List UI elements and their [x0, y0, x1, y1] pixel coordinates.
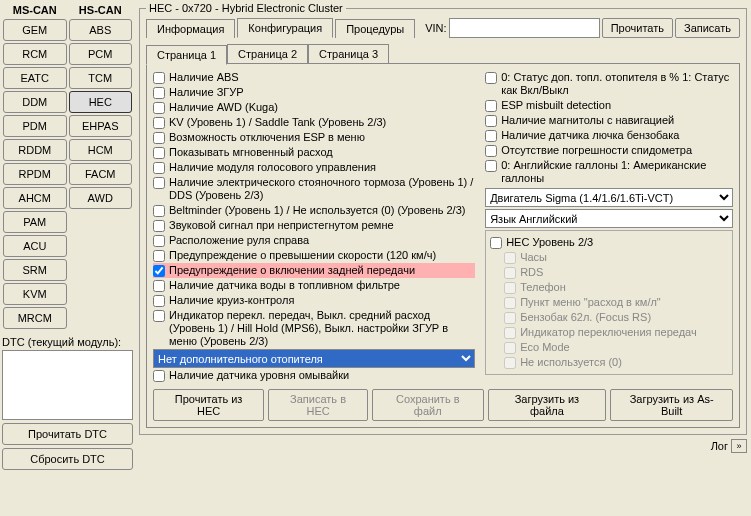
config-checkbox-row[interactable]: Расположение руля справа — [153, 233, 475, 248]
config-checkbox-row[interactable]: Показывать мгновенный расход — [153, 145, 475, 160]
config-checkbox-label: Индикатор перекл. передач, Выкл. средний… — [169, 309, 475, 348]
module-btn-mrcm[interactable]: MRCM — [3, 307, 67, 329]
config-checkbox[interactable] — [485, 115, 497, 127]
engine-combo[interactable]: Двигатель Sigma (1.4/1.6/1.6Ti-VCT) — [485, 188, 733, 207]
module-btn-rcm[interactable]: RCM — [3, 43, 67, 65]
config-checkbox-row[interactable]: Предупреждение о включении задней переда… — [153, 263, 475, 278]
module-btn-hec[interactable]: HEC — [69, 91, 133, 113]
config-checkbox[interactable] — [153, 205, 165, 217]
heater-combo[interactable]: Нет дополнительного отопителя — [153, 349, 475, 368]
module-btn-pam[interactable]: PAM — [3, 211, 67, 233]
module-btn-acu[interactable]: ACU — [3, 235, 67, 257]
config-checkbox-row[interactable]: Наличие датчика уровня омывайки — [153, 368, 475, 383]
config-checkbox-row[interactable]: Наличие ЗГУР — [153, 85, 475, 100]
config-checkbox[interactable] — [153, 220, 165, 232]
module-btn-facm[interactable]: FACM — [69, 163, 133, 185]
config-checkbox-row[interactable]: Наличие датчика воды в топливном фильтре — [153, 278, 475, 293]
config-checkbox[interactable] — [485, 145, 497, 157]
config-checkbox[interactable] — [485, 160, 497, 172]
config-checkbox-row[interactable]: Предупреждение о превышении скорости (12… — [153, 248, 475, 263]
hec-level-header[interactable]: HEC Уровень 2/3 — [490, 235, 728, 250]
config-checkbox[interactable] — [153, 265, 165, 277]
tab-config[interactable]: Конфигурация — [237, 18, 333, 38]
config-checkbox-row[interactable]: ESP misbuilt detection — [485, 98, 733, 113]
config-checkbox[interactable] — [485, 100, 497, 112]
sub-checkbox — [504, 342, 516, 354]
config-checkbox[interactable] — [153, 132, 165, 144]
module-btn-rpdm[interactable]: RPDM — [3, 163, 67, 185]
module-btn-pcm[interactable]: PCM — [69, 43, 133, 65]
config-checkbox-label: Наличие ЗГУР — [169, 86, 244, 99]
sub-checkbox — [504, 312, 516, 324]
load-file-button[interactable]: Загрузить из файла — [488, 389, 607, 421]
module-btn-awd[interactable]: AWD — [69, 187, 133, 209]
module-btn-hcm[interactable]: HCM — [69, 139, 133, 161]
page-tab-2[interactable]: Страница 2 — [227, 44, 308, 64]
config-checkbox[interactable] — [153, 72, 165, 84]
page-tab-1[interactable]: Страница 1 — [146, 45, 227, 65]
config-checkbox-row[interactable]: Наличие AWD (Kuga) — [153, 100, 475, 115]
hec-level-checkbox[interactable] — [490, 237, 502, 249]
config-checkbox[interactable] — [153, 370, 165, 382]
config-checkbox[interactable] — [153, 250, 165, 262]
config-checkbox-row[interactable]: Наличие ABS — [153, 70, 475, 85]
config-checkbox-row[interactable]: Возможность отключения ESP в меню — [153, 130, 475, 145]
module-btn-ddm[interactable]: DDM — [3, 91, 67, 113]
read-hec-button[interactable]: Прочитать из HEC — [153, 389, 264, 421]
config-checkbox[interactable] — [153, 162, 165, 174]
config-checkbox-label: Наличие AWD (Kuga) — [169, 101, 278, 114]
config-checkbox-row[interactable]: Наличие магнитолы с навигацией — [485, 113, 733, 128]
load-asbuilt-button[interactable]: Загрузить из As-Built — [610, 389, 733, 421]
config-checkbox-row[interactable]: Наличие датчика лючка бензобака — [485, 128, 733, 143]
tab-procedures[interactable]: Процедуры — [335, 19, 415, 38]
config-checkbox[interactable] — [153, 235, 165, 247]
config-checkbox[interactable] — [153, 295, 165, 307]
module-btn-srm[interactable]: SRM — [3, 259, 67, 281]
log-expand-button[interactable]: » — [731, 439, 747, 453]
tab-info[interactable]: Информация — [146, 19, 235, 38]
config-checkbox[interactable] — [485, 72, 497, 84]
language-combo[interactable]: Язык Английский — [485, 209, 733, 228]
config-checkbox-label: 0: Английские галлоны 1: Американские га… — [501, 159, 733, 185]
config-checkbox-row[interactable]: Наличие круиз-контроля — [153, 293, 475, 308]
config-checkbox-row[interactable]: Наличие модуля голосового управления — [153, 160, 475, 175]
config-checkbox-row[interactable]: 0: Английские галлоны 1: Американские га… — [485, 158, 733, 186]
page-tab-3[interactable]: Страница 3 — [308, 44, 389, 64]
config-checkbox[interactable] — [153, 310, 165, 322]
module-btn-abs[interactable]: ABS — [69, 19, 133, 41]
module-btn-ehpas[interactable]: EHPAS — [69, 115, 133, 137]
config-checkbox[interactable] — [153, 102, 165, 114]
module-btn-gem[interactable]: GEM — [3, 19, 67, 41]
config-checkbox-row[interactable]: Наличие электрического стояночного тормо… — [153, 175, 475, 203]
module-btn-pdm[interactable]: PDM — [3, 115, 67, 137]
write-hec-button[interactable]: Записать в HEC — [268, 389, 368, 421]
sub-checkbox-label: Eco Mode — [520, 341, 570, 354]
sub-checkbox-row: Бензобак 62л. (Focus RS) — [490, 310, 728, 325]
module-btn-ahcm[interactable]: AHCM — [3, 187, 67, 209]
config-checkbox-row[interactable]: 0: Статус доп. топл. отопителя в % 1: Ст… — [485, 70, 733, 98]
config-checkbox[interactable] — [153, 280, 165, 292]
config-checkbox[interactable] — [153, 87, 165, 99]
module-btn-rddm[interactable]: RDDM — [3, 139, 67, 161]
config-checkbox-row[interactable]: Индикатор перекл. передач, Выкл. средний… — [153, 308, 475, 349]
config-checkbox[interactable] — [485, 130, 497, 142]
config-checkbox-row[interactable]: Beltminder (Уровень 1) / Не используется… — [153, 203, 475, 218]
config-checkbox[interactable] — [153, 117, 165, 129]
config-checkbox[interactable] — [153, 147, 165, 159]
config-checkbox-row[interactable]: Звуковой сигнал при непристегнутом ремне — [153, 218, 475, 233]
vin-input[interactable] — [449, 18, 600, 38]
module-btn-eatc[interactable]: EATC — [3, 67, 67, 89]
vin-read-button[interactable]: Прочитать — [602, 18, 673, 38]
vin-write-button[interactable]: Записать — [675, 18, 740, 38]
reset-dtc-button[interactable]: Сбросить DTC — [2, 448, 133, 470]
config-checkbox-row[interactable]: KV (Уровень 1) / Saddle Tank (Уровень 2/… — [153, 115, 475, 130]
module-btn-tcm[interactable]: TCM — [69, 67, 133, 89]
config-checkbox-row[interactable]: Отсутствие погрешности спидометра — [485, 143, 733, 158]
read-dtc-button[interactable]: Прочитать DTC — [2, 423, 133, 445]
config-checkbox-label: Предупреждение о включении задней переда… — [169, 264, 415, 277]
module-btn-kvm[interactable]: KVM — [3, 283, 67, 305]
save-file-button[interactable]: Сохранить в файл — [372, 389, 484, 421]
config-checkbox[interactable] — [153, 177, 165, 189]
hec-level-label: HEC Уровень 2/3 — [506, 236, 593, 249]
dtc-listbox[interactable] — [2, 350, 133, 420]
